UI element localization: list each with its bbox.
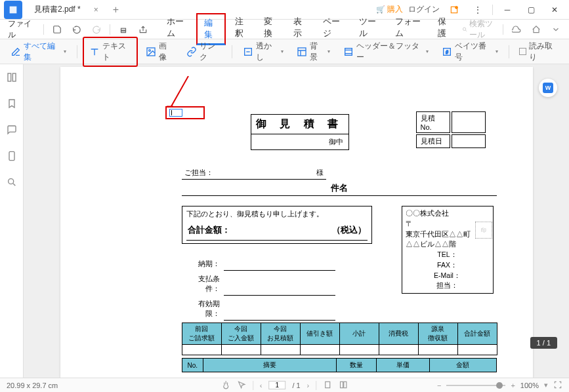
svg-rect-19 <box>344 382 347 387</box>
hand-tool-icon[interactable] <box>221 380 230 391</box>
search-label: 検索ツール <box>469 18 497 41</box>
bates-button[interactable]: # ベイツ番号 ▾ <box>436 38 503 66</box>
share-icon[interactable] <box>135 24 151 35</box>
svg-rect-12 <box>12 73 16 81</box>
attachment-icon[interactable] <box>5 149 18 163</box>
watermark-icon <box>243 47 253 57</box>
statusbar: 20.99 x 29.7 cm ‹ / 1 › − + 100% ▾ <box>0 378 569 392</box>
svg-rect-13 <box>9 151 14 160</box>
svg-rect-7 <box>298 48 306 56</box>
maximize-button[interactable]: ▢ <box>522 3 540 17</box>
checkbox-icon <box>519 48 526 55</box>
quote-info-table: 見積No. 見積日 <box>415 110 487 149</box>
t1-h7: 合計金額 <box>457 323 497 345</box>
link-label: リンク <box>200 41 221 63</box>
summary-table: 前回ご請求額 今回ご入金額 今回お見積額 値引き額 小計 消費税 源泉徴収額 合… <box>182 323 497 355</box>
document-tab[interactable]: 見積書2.pdf * × <box>28 0 105 19</box>
svg-line-15 <box>171 76 188 108</box>
comment-icon[interactable] <box>5 123 18 136</box>
background-button[interactable]: 背景 ▾ <box>291 38 335 66</box>
left-box: 下記のとおり、御見積もり申し上げます。 合計金額： （税込） <box>182 206 372 244</box>
preface-text: 下記のとおり、御見積もり申し上げます。 <box>186 209 368 219</box>
svg-rect-8 <box>345 48 352 55</box>
save-icon[interactable] <box>49 24 65 35</box>
tel: TEL： <box>406 250 490 260</box>
background-label: 背景 <box>310 41 324 63</box>
header-footer-button[interactable]: ヘッダー＆フッター ▾ <box>338 38 434 66</box>
search-panel-icon[interactable] <box>5 176 18 189</box>
canvas[interactable]: 御 見 積 書 御中 見積No. 見積日 ご担当： 様 件名 下記のとおり、御見… <box>24 64 569 378</box>
doc-onchu: 御中 <box>251 134 348 149</box>
image-label: 画像 <box>159 41 173 63</box>
watermark-button[interactable]: 透かし ▾ <box>238 38 289 66</box>
text-button[interactable]: テキスト <box>83 37 138 67</box>
t2-amt: 金額 <box>429 359 496 372</box>
readonly-label: 読み取り <box>529 41 558 63</box>
detail-table: No. 摘要 数量 単価 金額 <box>182 358 497 372</box>
zoom-dropdown-icon[interactable]: ▾ <box>544 381 548 389</box>
status-center: ‹ / 1 › <box>221 380 348 391</box>
minimize-button[interactable]: ─ <box>498 3 516 17</box>
sama-label: 様 <box>316 168 324 178</box>
svg-point-3 <box>463 28 465 30</box>
t1-h0: 前回ご請求額 <box>182 323 221 345</box>
word-export-button[interactable]: W <box>539 79 557 97</box>
fax: FAX： <box>406 260 490 271</box>
home-icon[interactable] <box>528 24 544 35</box>
text-label: テキスト <box>102 41 131 63</box>
close-tab-icon[interactable]: × <box>94 5 98 14</box>
doc-title-box: 御 見 積 書 御中 <box>251 114 349 150</box>
t2-no: No. <box>182 359 203 372</box>
tax-label: （税込） <box>332 224 366 236</box>
zoom-out-icon[interactable]: − <box>437 382 441 389</box>
fit-page-icon[interactable] <box>323 380 332 391</box>
chevron-down-icon: ▾ <box>281 49 284 54</box>
header-footer-icon <box>343 47 354 57</box>
fullscreen-icon[interactable] <box>553 380 562 391</box>
stamp-placeholder: 印 <box>475 222 492 239</box>
image-icon <box>146 47 156 57</box>
t1-h6: 源泉徴収額 <box>418 323 457 345</box>
undo-icon[interactable] <box>69 24 85 35</box>
terms-table: 納期： 支払条件： 有効期限： <box>182 256 337 322</box>
zoom-in-icon[interactable]: + <box>511 382 515 389</box>
next-page-icon[interactable]: › <box>307 382 310 389</box>
term-payment-label: 支払条件： <box>183 272 222 296</box>
chevron-down-icon: ▾ <box>495 49 498 54</box>
zoom-slider[interactable] <box>446 385 505 386</box>
select-tool-icon[interactable] <box>237 380 246 391</box>
readonly-toggle[interactable]: 読み取り <box>514 38 564 66</box>
term-validity-label: 有効期限： <box>183 297 222 321</box>
app-icon <box>4 1 22 19</box>
search-tool[interactable]: 検索ツール <box>462 18 497 41</box>
thumbnails-icon[interactable] <box>5 71 18 84</box>
pencil-icon <box>11 47 21 57</box>
svg-text:#: # <box>446 49 449 54</box>
close-window-button[interactable]: ✕ <box>545 3 564 17</box>
image-button[interactable]: 画像 <box>140 38 179 66</box>
prev-page-icon[interactable]: ‹ <box>260 382 263 389</box>
background-icon <box>297 47 307 57</box>
total-label: 合計金額： <box>188 224 230 236</box>
company-name: 〇〇株式会社 <box>406 208 490 219</box>
page-number-input[interactable] <box>268 381 285 389</box>
edit-all-label: すべて編集 <box>24 41 60 63</box>
collapse-icon[interactable] <box>548 24 564 35</box>
svg-point-1 <box>455 6 458 9</box>
new-tab-button[interactable]: + <box>113 4 119 16</box>
bates-icon: # <box>442 47 452 57</box>
chevron-down-icon: ▾ <box>426 49 429 54</box>
kebab-menu-icon[interactable]: ⋮ <box>469 3 487 17</box>
print-icon[interactable] <box>116 24 131 35</box>
doc-title: 御 見 積 書 <box>251 115 348 134</box>
redo-icon[interactable] <box>89 24 104 35</box>
tanto-label: ご担当： <box>184 168 213 178</box>
bookmark-icon[interactable] <box>5 97 18 110</box>
watermark-label: 透かし <box>256 41 277 63</box>
link-button[interactable]: リンク <box>181 38 226 66</box>
cloud-icon[interactable] <box>509 24 524 35</box>
view-mode-icon[interactable] <box>339 380 348 391</box>
quote-date-label: 見積日 <box>416 134 450 148</box>
text-cursor-box[interactable] <box>165 106 205 119</box>
edit-all-button[interactable]: すべて編集 ▾ <box>5 38 72 66</box>
